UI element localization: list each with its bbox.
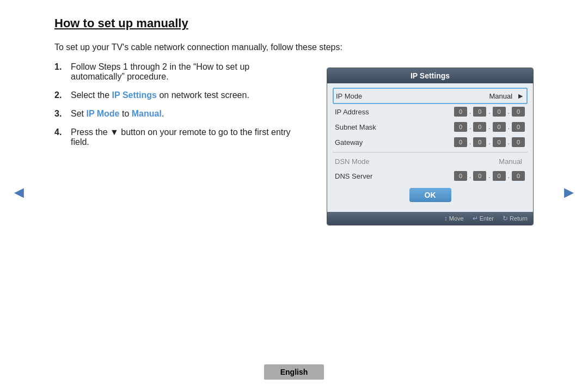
language-bar: English bbox=[0, 364, 588, 384]
step-4-text: Press the ▼ button on your remote to go … bbox=[71, 127, 305, 147]
step-1-num: 1. bbox=[54, 62, 71, 72]
ip-mode-label: IP Mode bbox=[336, 92, 396, 100]
step-2: 2. Select the IP Settings on network tes… bbox=[54, 90, 305, 100]
gateway-row[interactable]: Gateway 0 . 0 . 0 . 0 bbox=[333, 135, 528, 150]
dns-server-value: 0 . 0 . 0 . 0 bbox=[395, 171, 525, 181]
step-1-text: Follow Steps 1 through 2 in the “How to … bbox=[71, 62, 305, 82]
step-3: 3. Set IP Mode to Manual. bbox=[54, 109, 305, 119]
gateway-value: 0 . 0 . 0 . 0 bbox=[395, 137, 525, 147]
ip-settings-dialog: IP Settings IP Mode Manual ► IP Address … bbox=[327, 68, 534, 225]
ip-address-value: 0 . 0 . 0 . 0 bbox=[395, 107, 525, 117]
steps-list: 1. Follow Steps 1 through 2 in the “How … bbox=[54, 62, 305, 156]
dialog-title-bar: IP Settings bbox=[327, 68, 533, 83]
ok-button[interactable]: OK bbox=[409, 188, 451, 202]
step-2-num: 2. bbox=[54, 90, 71, 100]
return-label: Return bbox=[510, 215, 528, 222]
page-title: How to set up manually bbox=[54, 16, 534, 31]
dns-server-label: DNS Server bbox=[335, 172, 395, 180]
subnet-oct4: 0 bbox=[512, 122, 525, 132]
step-4-num: 4. bbox=[54, 127, 71, 137]
ip-address-row[interactable]: IP Address 0 . 0 . 0 . 0 bbox=[333, 104, 528, 119]
gateway-oct3: 0 bbox=[493, 137, 506, 147]
footer-return: ↻ Return bbox=[503, 215, 528, 222]
step-2-text: Select the IP Settings on network test s… bbox=[71, 90, 305, 100]
dialog-footer: ↕ Move ↵ Enter ↻ Return bbox=[327, 212, 533, 225]
move-icon: ↕ bbox=[444, 215, 448, 222]
ip-mode-value-area: Manual ► bbox=[396, 92, 524, 100]
subnet-oct3: 0 bbox=[493, 122, 506, 132]
gateway-oct1: 0 bbox=[454, 137, 467, 147]
gateway-label: Gateway bbox=[335, 138, 395, 147]
subnet-mask-label: Subnet Mask bbox=[335, 123, 395, 131]
dsn-mode-row: DSN Mode Manual bbox=[333, 155, 528, 168]
ip-mode-value: Manual bbox=[396, 92, 516, 100]
ip-addr-oct1: 0 bbox=[454, 107, 467, 117]
manual-highlight: Manual bbox=[132, 109, 162, 118]
return-icon: ↻ bbox=[503, 215, 508, 222]
gateway-oct4: 0 bbox=[512, 137, 525, 147]
subnet-mask-row[interactable]: Subnet Mask 0 . 0 . 0 . 0 bbox=[333, 119, 528, 135]
move-label: Move bbox=[449, 215, 464, 222]
steps-area: 1. Follow Steps 1 through 2 in the “How … bbox=[54, 62, 534, 225]
dns-oct4: 0 bbox=[512, 171, 525, 181]
step-3-num: 3. bbox=[54, 109, 71, 119]
dns-oct1: 0 bbox=[454, 171, 467, 181]
intro-text: To set up your TV's cable network connec… bbox=[54, 42, 534, 52]
dialog-body: IP Mode Manual ► IP Address 0 . 0 . 0 bbox=[327, 83, 533, 212]
dns-oct2: 0 bbox=[473, 171, 486, 181]
nav-arrow-right[interactable]: ► bbox=[561, 183, 577, 202]
ok-button-row: OK bbox=[333, 184, 528, 208]
subnet-oct1: 0 bbox=[454, 122, 467, 132]
ip-mode-row[interactable]: IP Mode Manual ► bbox=[333, 88, 528, 104]
step-4: 4. Press the ▼ button on your remote to … bbox=[54, 127, 305, 147]
ip-addr-oct4: 0 bbox=[512, 107, 525, 117]
enter-label: Enter bbox=[480, 215, 494, 222]
dsn-mode-value-area: Manual bbox=[395, 157, 525, 166]
dns-server-row[interactable]: DNS Server 0 . 0 . 0 . 0 bbox=[333, 168, 528, 184]
footer-enter: ↵ Enter bbox=[473, 215, 494, 222]
ip-mode-arrow: ► bbox=[517, 92, 524, 100]
ip-addr-oct2: 0 bbox=[473, 107, 486, 117]
dns-oct3: 0 bbox=[493, 171, 506, 181]
subnet-oct2: 0 bbox=[473, 122, 486, 132]
dsn-mode-label: DSN Mode bbox=[335, 157, 395, 166]
ip-settings-highlight: IP Settings bbox=[112, 90, 157, 100]
ip-address-label: IP Address bbox=[335, 108, 395, 116]
footer-move: ↕ Move bbox=[444, 215, 464, 222]
ip-addr-oct3: 0 bbox=[493, 107, 506, 117]
step-3-text: Set IP Mode to Manual. bbox=[71, 109, 305, 119]
divider bbox=[333, 152, 528, 153]
step-1: 1. Follow Steps 1 through 2 in the “How … bbox=[54, 62, 305, 82]
dsn-mode-value: Manual bbox=[395, 157, 525, 166]
nav-arrow-left[interactable]: ◄ bbox=[11, 183, 27, 202]
ip-mode-highlight: IP Mode bbox=[86, 109, 119, 118]
gateway-oct2: 0 bbox=[473, 137, 486, 147]
main-content: How to set up manually To set up your TV… bbox=[0, 0, 588, 225]
subnet-mask-value: 0 . 0 . 0 . 0 bbox=[395, 122, 525, 132]
enter-icon: ↵ bbox=[473, 215, 478, 222]
language-button[interactable]: English bbox=[264, 364, 324, 380]
